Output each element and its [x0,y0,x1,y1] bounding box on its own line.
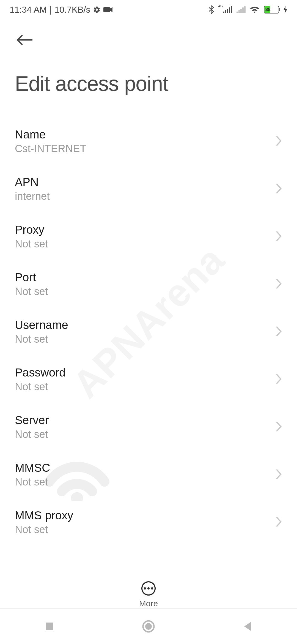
chevron-right-icon [276,278,282,290]
item-value: Not set [15,429,49,440]
chevron-right-icon [276,183,282,195]
svg-rect-2 [46,623,53,630]
item-port[interactable]: Port Not set [15,260,282,308]
chevron-right-icon [276,326,282,338]
square-icon [45,621,54,631]
item-label: Name [15,128,86,141]
arrow-left-icon [16,34,33,46]
settings-list: Name Cst-INTERNET APN internet Proxy Not… [0,101,297,546]
item-label: Server [15,414,49,427]
item-label: Proxy [15,223,48,236]
page-title: Edit access point [15,72,282,95]
nav-recent-button[interactable] [22,613,77,640]
item-name[interactable]: Name Cst-INTERNET [15,118,282,165]
svg-point-4 [145,623,152,630]
item-label: MMSC [15,461,50,474]
status-divider: | [50,5,52,15]
item-proxy[interactable]: Proxy Not set [15,213,282,260]
nav-back-button[interactable] [220,613,275,640]
item-label: APN [15,176,50,189]
charging-icon [284,6,287,13]
item-label: Username [15,318,68,332]
signal-sim1-icon [223,6,232,13]
network-type-label: 4G [218,4,223,8]
nav-home-button[interactable] [121,613,176,640]
status-time: 11:34 AM [10,5,47,15]
item-label: MMS proxy [15,509,73,522]
item-apn[interactable]: APN internet [15,165,282,213]
bottom-bar: More [0,576,297,608]
item-username[interactable]: Username Not set [15,308,282,356]
chevron-right-icon [276,516,282,528]
item-value: Cst-INTERNET [15,143,86,155]
item-label: Port [15,271,48,284]
triangle-left-icon [243,621,252,632]
item-server[interactable]: Server Not set [15,403,282,451]
item-label: Password [15,366,65,379]
nav-bar [0,608,297,644]
statusbar: 11:34 AM | 10.7KB/s 4G [0,0,297,19]
item-value: Not set [15,381,65,393]
header: Edit access point [0,19,297,101]
more-label: More [139,599,158,608]
svg-rect-1 [103,7,110,12]
more-button[interactable]: More [139,581,158,608]
item-value: Not set [15,524,73,536]
item-password[interactable]: Password Not set [15,356,282,403]
camera-icon [103,6,113,13]
item-value: internet [15,190,50,202]
signal-sim2-icon [237,6,246,13]
item-value: Not set [15,333,68,345]
chevron-right-icon [276,421,282,433]
battery-level: 38 [265,7,271,12]
bluetooth-icon [208,5,214,14]
back-button[interactable] [15,30,34,50]
status-speed: 10.7KB/s [55,5,90,15]
more-icon [141,581,156,596]
item-mms-proxy[interactable]: MMS proxy Not set [15,498,282,546]
item-value: Not set [15,476,50,488]
wifi-icon [250,6,259,13]
chevron-right-icon [276,469,282,481]
item-value: Not set [15,286,48,298]
battery-icon: 38 [264,6,279,13]
circle-icon [142,620,155,633]
chevron-right-icon [276,231,282,243]
chevron-right-icon [276,135,282,148]
gear-icon [93,6,101,13]
item-mmsc[interactable]: MMSC Not set [15,451,282,498]
chevron-right-icon [276,373,282,386]
item-value: Not set [15,238,48,250]
